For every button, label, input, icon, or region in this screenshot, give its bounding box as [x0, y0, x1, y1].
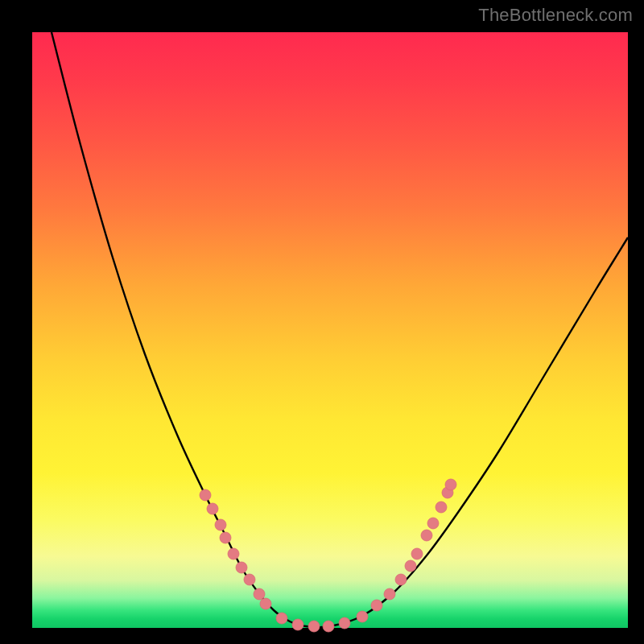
curve-marker	[421, 530, 432, 541]
curve-marker	[395, 574, 407, 585]
curve-marker	[436, 502, 447, 513]
curve-marker	[228, 548, 239, 559]
curve-marker	[220, 532, 231, 543]
curve-marker	[200, 489, 211, 501]
watermark-text: TheBottleneck.com	[478, 5, 633, 26]
curve-marker	[292, 619, 303, 630]
curve-path	[52, 32, 628, 627]
chart-svg	[32, 32, 628, 628]
curve-marker	[339, 617, 350, 629]
curve-marker	[244, 574, 255, 585]
curve-marker	[254, 588, 265, 600]
curve-marker	[445, 479, 456, 490]
curve-marker	[276, 613, 287, 624]
valley-curve	[52, 32, 628, 627]
curve-marker	[215, 519, 226, 530]
curve-marker	[236, 562, 247, 573]
curve-markers	[200, 479, 456, 632]
curve-marker	[357, 611, 368, 622]
chart-frame: TheBottleneck.com	[0, 0, 644, 644]
curve-marker	[405, 560, 416, 572]
curve-marker	[371, 600, 382, 611]
curve-marker	[308, 621, 320, 632]
curve-marker	[207, 503, 218, 514]
curve-marker	[384, 588, 395, 600]
curve-marker	[260, 598, 271, 609]
curve-marker	[427, 518, 439, 529]
curve-marker	[323, 621, 334, 632]
plot-area	[32, 32, 628, 628]
curve-marker	[411, 548, 423, 559]
